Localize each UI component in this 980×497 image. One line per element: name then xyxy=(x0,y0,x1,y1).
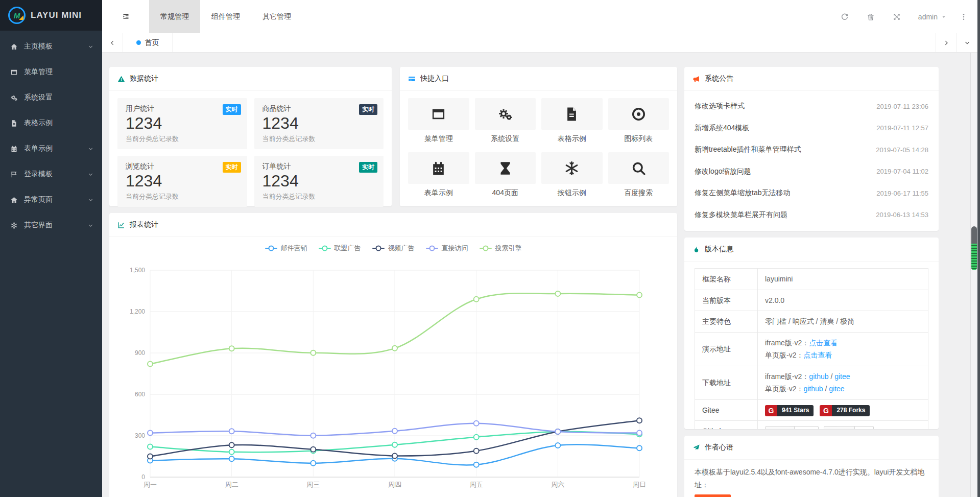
github-Star-count[interactable]: 1,419 xyxy=(795,426,819,429)
legend-item-联盟广告[interactable]: 联盟广告 xyxy=(319,244,361,253)
file-icon xyxy=(541,98,603,130)
quick-entry-label: 图标列表 xyxy=(608,134,670,144)
link-点击查看[interactable]: 点击查看 xyxy=(809,339,838,347)
version-row-value: iframe版-v2：点击查看单页版-v2：点击查看 xyxy=(758,332,928,366)
page-scrollbar xyxy=(970,53,977,497)
quick-entry-表格示例[interactable]: 表格示例 xyxy=(541,98,603,152)
tab-home[interactable]: 首页 xyxy=(123,33,173,52)
announcement-row[interactable]: 修改选项卡样式2019-07-11 23:06 xyxy=(695,96,928,117)
top-tab-其它管理[interactable]: 其它管理 xyxy=(251,0,302,33)
announcement-row[interactable]: 新增系统404模板2019-07-11 12:57 xyxy=(695,117,928,139)
layui-doc-button[interactable]: layui文档 xyxy=(695,494,731,497)
link-gitee[interactable]: gitee xyxy=(834,372,850,381)
svg-text:1,200: 1,200 xyxy=(130,308,145,315)
logo-text: LAYUI MINI xyxy=(31,10,82,20)
legend-item-搜索引擎[interactable]: 搜索引擎 xyxy=(480,244,522,253)
version-row-主要特色: 主要特色零门槛 / 响应式 / 清爽 / 极简 xyxy=(695,311,928,333)
quick-entry-label: 表单示例 xyxy=(408,188,469,198)
topbar: 常规管理组件管理其它管理 admin xyxy=(102,0,977,33)
svg-text:1,500: 1,500 xyxy=(130,267,145,274)
version-table: 框架名称layuimini当前版本v2.0.0主要特色零门槛 / 响应式 / 清… xyxy=(695,268,928,429)
version-row-下载地址: 下载地址iframe版-v2：github / gitee单页版-v2：gith… xyxy=(695,366,928,399)
announcement-row[interactable]: 修复多模块菜单栏展开有问题2019-06-13 14:53 xyxy=(695,204,928,226)
logo-icon: M xyxy=(8,7,26,24)
quick-entry-表单示例[interactable]: 表单示例 xyxy=(408,152,469,206)
tabs-scroll-left-button[interactable] xyxy=(102,33,123,52)
version-row-Gitee: GiteeG941 StarsG278 Forks xyxy=(695,399,928,421)
svg-text:周六: 周六 xyxy=(551,481,564,488)
quick-entry-按钮示例[interactable]: 按钮示例 xyxy=(541,152,603,206)
announcement-row[interactable]: 修改logo缩放问题2019-07-04 11:02 xyxy=(695,161,928,183)
version-row-当前版本: 当前版本v2.0.0 xyxy=(695,290,928,311)
top-tab-常规管理[interactable]: 常规管理 xyxy=(149,0,200,33)
sidebar-item-表格示例[interactable]: 表格示例 xyxy=(0,110,102,136)
announcement-row[interactable]: 新增treetable插件和菜单管理样式2019-07-05 14:28 xyxy=(695,139,928,161)
announcement-title: 新增系统404模板 xyxy=(695,124,749,133)
fire-icon xyxy=(692,246,700,253)
active-tab-dot xyxy=(136,40,141,45)
sidebar-item-表单示例[interactable]: 表单示例 xyxy=(0,136,102,161)
clear-cache-button[interactable] xyxy=(858,13,884,21)
card-title: 快捷入口 xyxy=(420,74,449,83)
hourglass-icon xyxy=(475,152,536,184)
github-icon xyxy=(770,429,776,429)
sidebar-item-异常页面[interactable]: 异常页面 xyxy=(0,187,102,212)
version-row-演示地址: 演示地址iframe版-v2：点击查看单页版-v2：点击查看 xyxy=(695,332,928,366)
sidebar-item-label: 其它界面 xyxy=(24,221,87,230)
svg-text:周四: 周四 xyxy=(388,481,401,488)
github-Fork-group: Fork440 xyxy=(824,426,874,429)
link-github[interactable]: github xyxy=(803,385,823,393)
version-row-label: 主要特色 xyxy=(695,311,758,333)
more-menu-button[interactable] xyxy=(955,13,972,21)
stat-card-订单统计: 订单统计1234当前分类总记录数实时 xyxy=(254,156,384,207)
link-点击查看[interactable]: 点击查看 xyxy=(803,351,832,359)
sidebar-item-菜单管理[interactable]: 菜单管理 xyxy=(0,59,102,85)
gitee-badge-941 Stars[interactable]: G941 Stars xyxy=(765,405,814,416)
sidebar-item-主页模板[interactable]: 主页模板 xyxy=(0,34,102,59)
topbar-actions: admin xyxy=(832,0,977,33)
sidebar-menu: 主页模板菜单管理系统设置表格示例表单示例登录模板异常页面其它界面 xyxy=(0,31,102,238)
link-gitee[interactable]: gitee xyxy=(829,385,844,393)
quick-entry-图标列表[interactable]: 图标列表 xyxy=(608,98,670,152)
tabs-menu-button[interactable] xyxy=(957,33,977,52)
github-Star-button[interactable]: Star xyxy=(765,426,795,429)
home-icon xyxy=(10,43,19,51)
sidebar-item-label: 登录模板 xyxy=(24,170,87,179)
sidebar-item-label: 菜单管理 xyxy=(24,67,94,77)
announcement-row[interactable]: 修复左侧菜单缩放tab无法移动2019-06-17 11:55 xyxy=(695,182,928,204)
refresh-button[interactable] xyxy=(832,13,858,21)
link-github[interactable]: github xyxy=(809,372,828,381)
github-icon xyxy=(828,429,834,429)
stat-value: 1234 xyxy=(262,172,376,191)
tab-strip: 首页 xyxy=(102,33,977,53)
svg-text:周一: 周一 xyxy=(144,481,157,488)
sidebar-toggle-button[interactable] xyxy=(102,0,149,33)
user-dropdown[interactable]: admin xyxy=(910,13,955,21)
svg-text:600: 600 xyxy=(135,391,145,398)
sidebar-item-其它界面[interactable]: 其它界面 xyxy=(0,212,102,238)
announcement-date: 2019-07-04 11:02 xyxy=(876,168,928,175)
gitee-badge-278 Forks[interactable]: G278 Forks xyxy=(820,405,870,416)
github-Fork-count[interactable]: 440 xyxy=(855,426,874,429)
file-icon xyxy=(10,120,19,127)
sidebar-item-系统设置[interactable]: 系统设置 xyxy=(0,85,102,110)
card-title: 版本信息 xyxy=(705,245,733,254)
fullscreen-button[interactable] xyxy=(884,13,910,21)
legend-item-视频广告[interactable]: 视频广告 xyxy=(372,244,415,253)
sidebar-item-登录模板[interactable]: 登录模板 xyxy=(0,161,102,187)
stat-label: 商品统计 xyxy=(262,104,376,113)
top-tab-组件管理[interactable]: 组件管理 xyxy=(200,0,251,33)
scrollbar-thumb[interactable] xyxy=(971,226,977,270)
tabs-scroll-right-button[interactable] xyxy=(936,33,957,52)
quick-entry-百度搜索[interactable]: 百度搜索 xyxy=(608,152,670,206)
card-title: 数据统计 xyxy=(130,74,158,83)
announcement-date: 2019-06-13 14:53 xyxy=(876,211,928,219)
quick-entry-菜单管理[interactable]: 菜单管理 xyxy=(408,98,469,152)
legend-item-邮件营销[interactable]: 邮件营销 xyxy=(265,244,307,253)
legend-item-直接访问[interactable]: 直接访问 xyxy=(426,244,468,253)
github-Fork-button[interactable]: Fork xyxy=(824,426,855,429)
cogs-icon xyxy=(475,98,536,130)
quick-entry-系统设置[interactable]: 系统设置 xyxy=(475,98,536,152)
card-report-stats: 报表统计 邮件营销联盟广告视频广告直接访问搜索引擎 03006009001,20… xyxy=(109,213,677,497)
quick-entry-404页面[interactable]: 404页面 xyxy=(475,152,536,206)
